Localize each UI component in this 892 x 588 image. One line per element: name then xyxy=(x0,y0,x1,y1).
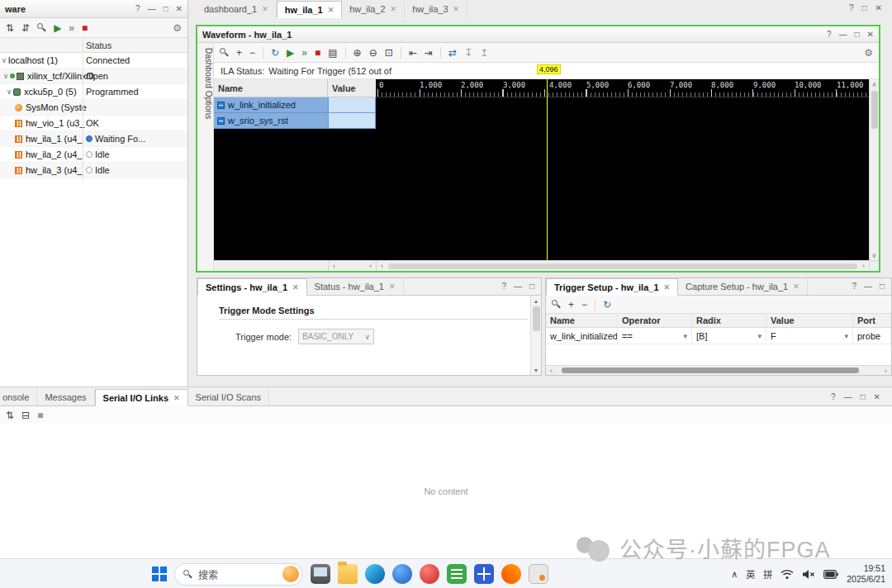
stop-icon[interactable]: ■ xyxy=(82,23,88,33)
trigger-row-port[interactable]: probe xyxy=(853,328,891,344)
tree-row-localhost[interactable]: ∨ localhost (1) Connected xyxy=(0,53,187,69)
expand-all-icon[interactable]: ⇵ xyxy=(21,23,30,33)
refresh-icon[interactable]: ↻ xyxy=(603,300,611,310)
search-icon[interactable] xyxy=(552,300,561,309)
remove-icon[interactable]: − xyxy=(249,48,255,58)
tree-row-hw-ila-2[interactable]: hw_ila_2 (u4_ Idle xyxy=(0,147,187,163)
close-icon[interactable]: ✕ xyxy=(328,6,334,14)
search-icon[interactable] xyxy=(37,23,46,32)
taskbar-app-browser-icon[interactable] xyxy=(392,564,412,584)
windows-start-icon[interactable] xyxy=(152,567,167,581)
scroll-up-icon[interactable]: ▲ xyxy=(531,296,541,306)
scroll-up-icon[interactable]: ∧ xyxy=(870,79,879,89)
search-highlight-icon[interactable] xyxy=(282,566,299,582)
tab-settings-hw-ila-1[interactable]: Settings - hw_ila_1 ✕ xyxy=(197,278,307,296)
zoom-fit-icon[interactable]: ⊡ xyxy=(385,48,393,58)
scrollbar-thumb[interactable] xyxy=(388,263,857,269)
run-all-icon[interactable]: » xyxy=(69,23,74,33)
trigger-row-operator-dropdown[interactable]: == ▾ xyxy=(618,328,692,344)
collapse-all-icon[interactable]: ⇅ xyxy=(6,410,14,420)
close-icon[interactable]: ✕ xyxy=(389,282,396,291)
close-icon[interactable]: ✕ xyxy=(262,5,268,13)
tree-row-hw-vio-1[interactable]: hw_vio_1 (u3_ OK xyxy=(0,116,187,131)
tab-hw-ila-1[interactable]: hw_ila_1 ✕ xyxy=(277,1,342,18)
remove-probe-icon[interactable]: − xyxy=(581,300,587,310)
waveform-settings-gear-icon[interactable]: ⚙ xyxy=(864,48,873,58)
collapse-icon[interactable]: ⊟ xyxy=(21,410,30,420)
dashboard-options-tab[interactable]: Dashboard Options xyxy=(197,43,214,271)
minimize-icon[interactable]: — xyxy=(839,31,847,39)
tab-tcl-console[interactable]: onsole xyxy=(0,389,37,405)
tree-row-target[interactable]: ∨ xilinx_tcf/Xilinx/0AB Open xyxy=(0,69,187,84)
waveform-scrollbar[interactable]: ‹ › xyxy=(376,261,869,271)
close-icon[interactable]: ✕ xyxy=(867,31,874,39)
taskbar-app-file-explorer-icon[interactable] xyxy=(338,564,358,584)
waveform-canvas[interactable]: 0 1,000 2,000 3,000 4,000 5,000 6,000 7,… xyxy=(376,79,869,260)
taskbar-app-remote-desktop-icon[interactable] xyxy=(311,564,330,584)
help-icon[interactable]: ? xyxy=(501,282,506,291)
tray-chevron-up-icon[interactable]: ∧ xyxy=(731,569,738,580)
trigger-mode-dropdown[interactable]: BASIC_ONLY ∨ xyxy=(298,329,374,344)
help-icon[interactable]: ? xyxy=(135,5,140,13)
trigger-in-icon[interactable]: ↧ xyxy=(464,48,472,58)
signal-row-w-srio-sys-rst[interactable]: w_srio_sys_rst xyxy=(214,113,376,129)
minimize-icon[interactable]: — xyxy=(148,5,156,13)
close-icon[interactable]: ✕ xyxy=(874,392,880,401)
swap-cursors-icon[interactable]: ⇄ xyxy=(448,48,457,58)
tree-row-hw-ila-1[interactable]: hw_ila_1 (u4_ Waiting Fo... xyxy=(0,131,187,147)
close-icon[interactable]: ✕ xyxy=(875,3,882,12)
settings-gear-icon[interactable]: ⚙ xyxy=(173,23,182,33)
tree-row-sysmon[interactable]: SysMon (Syste xyxy=(0,100,187,116)
help-icon[interactable]: ? xyxy=(827,31,832,39)
scroll-left-icon[interactable]: ‹ xyxy=(546,367,557,375)
zoom-out-icon[interactable]: ⊖ xyxy=(369,48,377,58)
search-icon[interactable] xyxy=(220,48,229,57)
tab-hw-ila-3[interactable]: hw_ila_3 ✕ xyxy=(405,1,467,17)
vertical-scrollbar[interactable]: ∧ ∨ xyxy=(869,79,879,260)
taskbar-app-music-icon[interactable] xyxy=(420,564,439,584)
close-icon[interactable]: ✕ xyxy=(453,5,460,13)
go-to-end-icon[interactable]: ⇥ xyxy=(425,48,433,58)
collapse-all-icon[interactable]: ⇅ xyxy=(6,23,14,33)
minimize-icon[interactable]: — xyxy=(844,392,852,401)
stop-trigger-icon[interactable]: ■ xyxy=(315,48,320,58)
zoom-in-icon[interactable]: ⊕ xyxy=(353,48,362,58)
tree-row-hw-ila-3[interactable]: hw_ila_3 (u4_ Idle xyxy=(0,163,187,178)
taskbar-app-notes-icon[interactable] xyxy=(447,564,467,584)
tab-status-hw-ila-1[interactable]: Status - hw_ila_1 ✕ xyxy=(307,278,404,295)
scroll-right-icon[interactable]: › xyxy=(880,367,891,375)
tab-serial-io-scans[interactable]: Serial I/O Scans xyxy=(188,389,269,405)
close-icon[interactable]: ✕ xyxy=(664,283,671,292)
add-probe-icon[interactable]: + xyxy=(568,300,574,310)
settings-scrollbar[interactable]: ▲ ▼ xyxy=(530,296,541,375)
scrollbar-thumb[interactable] xyxy=(562,368,859,373)
trigger-row-value-dropdown[interactable]: F ▾ xyxy=(766,328,853,344)
scroll-right-icon[interactable]: › xyxy=(858,262,869,270)
maximize-icon[interactable]: □ xyxy=(164,5,168,13)
maximize-icon[interactable]: □ xyxy=(855,31,860,39)
chevron-down-icon[interactable]: ∨ xyxy=(5,88,13,96)
chevron-down-icon[interactable]: ∨ xyxy=(2,72,10,80)
tab-trigger-setup-hw-ila-1[interactable]: Trigger Setup - hw_ila_1 ✕ xyxy=(546,278,678,296)
trigger-horizontal-scrollbar[interactable]: ‹ › xyxy=(546,365,891,375)
scrollbar-thumb[interactable] xyxy=(871,91,878,129)
help-icon[interactable]: ? xyxy=(849,3,854,12)
maximize-icon[interactable]: □ xyxy=(861,392,866,401)
trigger-row-name[interactable]: w_link_initialized xyxy=(546,328,618,344)
minimize-icon[interactable]: — xyxy=(864,282,872,291)
language-indicator-pinyin[interactable]: 拼 xyxy=(763,567,772,581)
close-icon[interactable]: ✕ xyxy=(793,282,799,291)
maximize-icon[interactable]: □ xyxy=(880,282,885,291)
go-to-start-icon[interactable]: ⇤ xyxy=(409,48,417,58)
tab-dashboard-1[interactable]: dashboard_1 ✕ xyxy=(197,1,277,17)
restart-trigger-icon[interactable]: ↻ xyxy=(271,48,279,58)
run-trigger-icon[interactable]: ▶ xyxy=(287,48,294,58)
add-icon[interactable]: + xyxy=(236,48,242,58)
wifi-icon[interactable] xyxy=(780,569,794,580)
scroll-left-icon[interactable]: ‹ xyxy=(329,262,339,270)
scrollbar-thumb[interactable] xyxy=(533,306,540,331)
battery-icon[interactable] xyxy=(823,570,838,579)
minimize-icon[interactable]: — xyxy=(514,282,522,291)
trigger-out-icon[interactable]: ↥ xyxy=(480,48,488,58)
help-icon[interactable]: ? xyxy=(852,282,856,291)
